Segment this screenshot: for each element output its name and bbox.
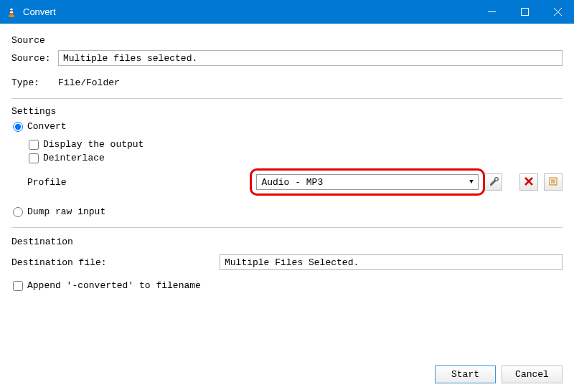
append-converted-label: Append '-converted' to filename [27,280,201,291]
delete-profile-button[interactable] [519,173,538,191]
deinterlace-label: Deinterlace [43,153,105,163]
destination-file-label: Destination file: [11,257,220,268]
profile-label: Profile [27,177,77,188]
x-icon [524,177,533,188]
profile-combobox[interactable]: Audio - MP3 ▼ [256,174,478,190]
dump-raw-radio-row[interactable]: Dump raw input [13,206,563,217]
divider [11,98,563,99]
display-output-checkbox[interactable] [29,140,39,150]
destination-file-input[interactable] [220,254,563,270]
append-converted-checkbox-row[interactable]: Append '-converted' to filename [13,280,563,291]
vlc-cone-icon [6,6,17,18]
svg-rect-2 [521,9,528,16]
wrench-icon [489,176,499,188]
convert-radio-label: Convert [27,121,67,132]
type-label: Type: [11,77,58,88]
close-button[interactable] [541,0,574,24]
convert-radio-row[interactable]: Convert [13,121,563,132]
start-button[interactable]: Start [435,365,496,383]
settings-section-label: Settings [11,106,563,117]
new-profile-button[interactable] [544,173,563,191]
destination-section-label: Destination [11,236,563,247]
dump-raw-label: Dump raw input [27,206,105,217]
chevron-down-icon: ▼ [469,178,473,186]
display-output-checkbox-row[interactable]: Display the output [29,139,563,150]
append-converted-checkbox[interactable] [13,281,23,291]
dialog-buttons: Start Cancel [435,365,563,383]
divider [11,227,563,228]
display-output-label: Display the output [43,139,144,150]
minimize-button[interactable] [475,0,508,24]
maximize-button[interactable] [508,0,541,24]
cancel-button[interactable]: Cancel [502,365,563,383]
dump-raw-radio[interactable] [13,207,23,217]
deinterlace-checkbox-row[interactable]: Deinterlace [29,153,563,163]
profile-value: Audio - MP3 [261,177,323,188]
source-section-label: Source [11,35,563,46]
deinterlace-checkbox[interactable] [29,153,39,163]
edit-profile-button[interactable] [484,173,503,191]
source-label: Source: [11,53,58,64]
type-value: File/Folder [58,77,120,88]
source-input[interactable] [58,50,563,66]
convert-radio[interactable] [13,122,23,132]
window-controls [475,0,574,24]
new-icon [548,176,558,188]
svg-rect-0 [9,15,14,17]
window-title: Convert [23,6,475,17]
titlebar: Convert [0,0,574,24]
